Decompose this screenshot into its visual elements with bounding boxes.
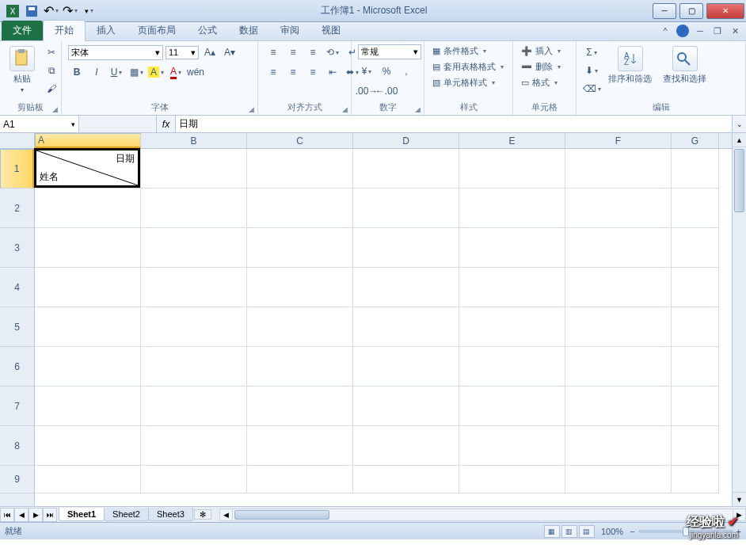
cell[interactable] [35, 189, 141, 228]
normal-view-icon[interactable]: ▦ [544, 525, 560, 538]
col-header-D[interactable]: D [353, 133, 459, 148]
row-headers[interactable]: 123456789 [0, 149, 35, 506]
fill-icon[interactable]: ⬇ [583, 63, 600, 78]
minimize-button[interactable]: ─ [653, 3, 676, 19]
clear-icon[interactable]: ⌫ [583, 81, 600, 97]
row-header-1[interactable]: 1 [0, 149, 34, 189]
ribbon-tab-0[interactable]: 开始 [43, 20, 86, 41]
save-icon[interactable] [24, 3, 40, 19]
cell[interactable] [672, 268, 719, 307]
cells-area[interactable]: 日期姓名 [35, 149, 732, 506]
minimize-ribbon-icon[interactable]: ^ [659, 25, 672, 37]
scroll-up-icon[interactable]: ▲ [733, 133, 746, 147]
hscroll-thumb[interactable] [234, 510, 329, 520]
row-header-2[interactable]: 2 [0, 189, 34, 228]
format-cells-button[interactable]: ▭格式 [520, 76, 559, 90]
cell[interactable] [247, 268, 353, 307]
align-middle-icon[interactable]: ≡ [284, 44, 302, 60]
phonetic-button[interactable]: wén [187, 64, 204, 80]
cell[interactable] [247, 149, 353, 189]
page-layout-view-icon[interactable]: ▥ [561, 525, 577, 538]
cell[interactable] [353, 426, 459, 466]
dialog-launcher-icon[interactable]: ◢ [249, 105, 254, 113]
cell[interactable] [459, 189, 565, 228]
cell[interactable] [672, 466, 719, 493]
sheet-tab-Sheet3[interactable]: Sheet3 [148, 508, 193, 521]
format-painter-icon[interactable]: 🖌 [43, 81, 60, 97]
cell[interactable] [247, 387, 353, 426]
cell[interactable] [247, 307, 353, 347]
paste-button[interactable]: 粘贴▾ [6, 44, 38, 95]
cell[interactable] [565, 347, 672, 387]
cell[interactable] [353, 466, 459, 493]
file-tab[interactable]: 文件 [2, 21, 43, 40]
autosum-icon[interactable]: Σ [583, 44, 600, 60]
comma-icon[interactable]: , [398, 63, 415, 79]
cell[interactable] [672, 228, 719, 268]
cell[interactable] [141, 347, 247, 387]
cell[interactable] [565, 268, 672, 307]
cell[interactable] [672, 426, 719, 466]
cell[interactable] [459, 228, 565, 268]
cell[interactable] [353, 347, 459, 387]
underline-button[interactable]: U [108, 64, 125, 80]
cell[interactable] [141, 268, 247, 307]
cell[interactable] [141, 149, 247, 189]
window-min-icon[interactable]: ─ [694, 25, 706, 37]
cell[interactable] [459, 347, 565, 387]
row-header-4[interactable]: 4 [0, 268, 34, 307]
cell[interactable] [247, 228, 353, 268]
increase-decimal-icon[interactable]: .00→ [358, 83, 375, 99]
italic-button[interactable]: I [88, 64, 105, 80]
cut-icon[interactable]: ✂ [43, 44, 60, 60]
table-format-button[interactable]: ▤套用表格格式 [431, 60, 505, 74]
window-close-icon[interactable]: ✕ [729, 25, 741, 37]
dialog-launcher-icon[interactable]: ◢ [415, 105, 421, 113]
cell[interactable] [247, 466, 353, 493]
copy-icon[interactable]: ⧉ [43, 63, 60, 78]
percent-icon[interactable]: % [378, 63, 395, 79]
cell[interactable] [353, 228, 459, 268]
first-sheet-icon[interactable]: ⏮ [0, 508, 14, 522]
ribbon-tab-1[interactable]: 插入 [86, 21, 127, 40]
col-header-E[interactable]: E [459, 133, 565, 148]
indent-dec-icon[interactable]: ⇤ [324, 64, 341, 80]
cell[interactable] [672, 189, 719, 228]
cell-styles-button[interactable]: ▧单元格样式 [431, 76, 497, 90]
col-header-A[interactable]: A [35, 133, 141, 148]
grow-font-icon[interactable]: A▴ [201, 44, 219, 60]
col-header-F[interactable]: F [565, 133, 672, 148]
cell[interactable] [565, 228, 672, 268]
cell[interactable] [35, 268, 141, 307]
cell[interactable] [565, 189, 672, 228]
dialog-launcher-icon[interactable]: ◢ [342, 105, 348, 113]
help-icon[interactable]: ? [676, 25, 689, 37]
delete-cells-button[interactable]: ➖删除 [520, 60, 562, 74]
decrease-decimal-icon[interactable]: ←.00 [378, 83, 395, 99]
row-header-8[interactable]: 8 [0, 426, 34, 466]
col-header-G[interactable]: G [672, 133, 719, 148]
window-restore-icon[interactable]: ❐ [711, 25, 724, 37]
cell[interactable] [141, 387, 247, 426]
cell[interactable] [247, 347, 353, 387]
prev-sheet-icon[interactable]: ◀ [14, 508, 29, 522]
border-button[interactable]: ▦ [128, 64, 145, 80]
scroll-down-icon[interactable]: ▼ [733, 492, 746, 506]
selected-cell[interactable]: 日期姓名 [34, 148, 140, 188]
sheet-tab-Sheet1[interactable]: Sheet1 [59, 508, 105, 521]
cell[interactable] [35, 347, 141, 387]
cell[interactable] [35, 228, 141, 268]
col-header-C[interactable]: C [247, 133, 353, 148]
ribbon-tab-5[interactable]: 审阅 [269, 21, 310, 40]
cell[interactable] [459, 387, 565, 426]
ribbon-tab-4[interactable]: 数据 [228, 21, 269, 40]
cell[interactable] [353, 268, 459, 307]
sort-filter-button[interactable]: AZ 排序和筛选 [605, 44, 655, 86]
cell[interactable] [459, 268, 565, 307]
cell[interactable] [353, 189, 459, 228]
bold-button[interactable]: B [68, 64, 86, 80]
cell[interactable] [353, 149, 459, 189]
cell[interactable] [459, 307, 565, 347]
cell[interactable] [459, 466, 565, 493]
font-name-select[interactable]: 宋体▾ [68, 45, 163, 60]
